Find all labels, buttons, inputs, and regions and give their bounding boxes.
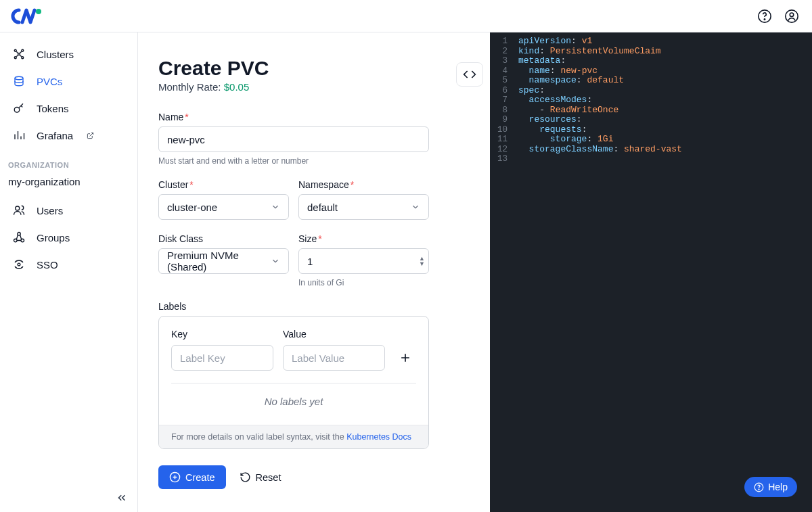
sidebar-item-pvcs[interactable]: PVCs: [0, 68, 137, 95]
namespace-select[interactable]: default: [298, 194, 429, 220]
code-gutter: 12345678910111213: [490, 32, 513, 512]
sidebar-item-grafana[interactable]: Grafana: [0, 122, 137, 149]
help-fab[interactable]: Help: [744, 477, 797, 497]
name-field: Name* Must start and end with a letter o…: [158, 112, 429, 166]
monthly-rate: Monthly Rate: $0.05: [158, 81, 429, 93]
size-field: Size* ▲▼ In units of Gi: [298, 233, 429, 287]
disk-class-select[interactable]: Premium NVMe (Shared): [158, 248, 289, 274]
sso-icon: [12, 258, 26, 271]
labels-footer: For more details on valid label syntax, …: [159, 425, 428, 448]
name-label: Name*: [158, 112, 429, 122]
logo[interactable]: [11, 7, 42, 25]
external-link-icon: [87, 132, 94, 139]
sidebar: Clusters PVCs Tokens Grafana ORGANIZATIO…: [0, 32, 138, 512]
yaml-preview: 12345678910111213 apiVersion: v1kind: Pe…: [490, 32, 812, 512]
org-section-label: ORGANIZATION: [0, 149, 137, 173]
svg-point-10: [15, 76, 23, 80]
groups-icon: [12, 231, 26, 244]
sidebar-item-label: Users: [37, 205, 63, 216]
labels-label: Labels: [158, 301, 429, 312]
chevron-down-icon: [411, 202, 420, 212]
grafana-icon: [12, 129, 26, 142]
cluster-select[interactable]: cluster-one: [158, 194, 289, 220]
disk-class-field: Disk Class Premium NVMe (Shared): [158, 233, 289, 287]
svg-point-8: [22, 57, 24, 59]
page-title: Create PVC: [158, 57, 429, 80]
sidebar-item-groups[interactable]: Groups: [0, 224, 137, 251]
profile-icon[interactable]: [782, 7, 801, 26]
sidebar-collapse-button[interactable]: [116, 492, 128, 504]
monthly-rate-value: $0.05: [224, 81, 250, 93]
sidebar-item-label: Clusters: [37, 49, 74, 60]
reset-icon: [240, 471, 251, 483]
sidebar-item-users[interactable]: Users: [0, 197, 137, 224]
disk-class-label: Disk Class: [158, 233, 289, 244]
clusters-icon: [12, 47, 26, 61]
svg-point-0: [36, 9, 41, 14]
svg-point-16: [18, 263, 20, 266]
chevron-down-icon: [271, 202, 280, 212]
size-stepper[interactable]: ▲▼: [419, 256, 425, 266]
sidebar-item-sso[interactable]: SSO: [0, 251, 137, 278]
sidebar-item-label: Tokens: [37, 103, 69, 114]
svg-point-4: [790, 12, 794, 16]
cluster-field: Cluster* cluster-one: [158, 179, 289, 220]
svg-point-6: [22, 49, 24, 51]
form-pane: Create PVC Monthly Rate: $0.05 Name* Mus…: [138, 32, 449, 512]
svg-point-19: [759, 489, 759, 490]
cluster-label: Cluster*: [158, 179, 289, 190]
help-icon[interactable]: [755, 7, 774, 26]
svg-point-9: [18, 53, 20, 55]
chevron-down-icon: [271, 256, 280, 266]
plus-circle-icon: [169, 471, 181, 483]
users-icon: [12, 204, 26, 217]
svg-point-5: [14, 49, 16, 51]
name-hint: Must start and end with a letter or numb…: [158, 156, 429, 166]
svg-point-2: [764, 18, 765, 19]
sidebar-item-label: Grafana: [37, 130, 73, 141]
org-name[interactable]: my-organization: [0, 173, 137, 197]
sidebar-item-clusters[interactable]: Clusters: [0, 41, 137, 68]
size-input[interactable]: [298, 248, 429, 274]
kubernetes-docs-link[interactable]: Kubernetes Docs: [346, 432, 411, 442]
create-button[interactable]: Create: [158, 465, 226, 489]
size-hint: In units of Gi: [298, 278, 429, 287]
namespace-label: Namespace*: [298, 179, 429, 190]
namespace-field: Namespace* default: [298, 179, 429, 220]
labels-value-header: Value: [283, 329, 385, 340]
sidebar-item-label: PVCs: [37, 76, 62, 87]
size-label: Size*: [298, 233, 429, 244]
add-label-button[interactable]: [394, 345, 416, 371]
name-input[interactable]: [158, 126, 429, 152]
code-content: apiVersion: v1kind: PersistentVolumeClai…: [513, 32, 690, 512]
pvcs-icon: [12, 74, 26, 88]
main: Create PVC Monthly Rate: $0.05 Name* Mus…: [138, 32, 812, 512]
label-key-input[interactable]: [171, 345, 273, 371]
logo-icon: [11, 7, 42, 25]
svg-point-12: [16, 206, 20, 210]
code-view-toggle[interactable]: [456, 62, 483, 87]
labels-key-header: Key: [171, 329, 273, 340]
topbar: [0, 0, 812, 32]
no-labels-message: No labels yet: [171, 383, 416, 418]
tokens-icon: [12, 101, 26, 115]
sidebar-item-label: SSO: [37, 259, 58, 271]
labels-box: Key Value No labels: [158, 316, 429, 449]
sidebar-item-tokens[interactable]: Tokens: [0, 95, 137, 122]
sidebar-item-label: Groups: [37, 232, 70, 243]
label-value-input[interactable]: [283, 345, 385, 371]
reset-button[interactable]: Reset: [240, 471, 281, 483]
svg-point-7: [14, 57, 16, 59]
help-icon: [754, 482, 764, 492]
